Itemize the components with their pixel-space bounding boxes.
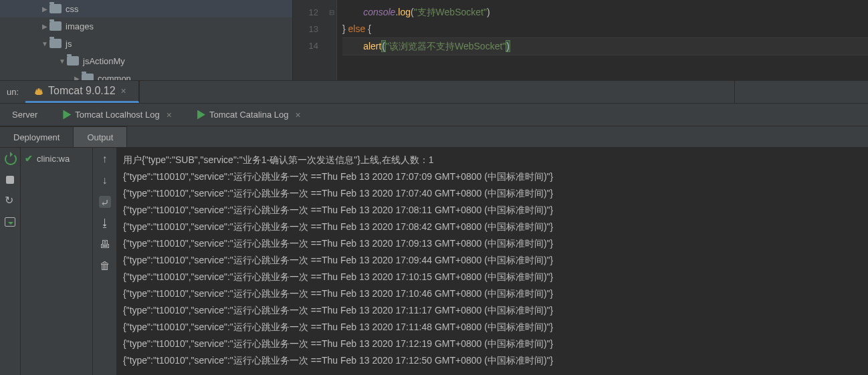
- tab-label: Output: [87, 132, 113, 142]
- folder-icon: [82, 74, 94, 80]
- console-line: {"type":"t10010","service":"运行心跳业务一次 ==T…: [123, 235, 861, 252]
- sync-icon[interactable]: [5, 196, 15, 207]
- tree-item-jsactionmy[interactable]: ▼ jsActionMy: [0, 52, 292, 70]
- code-editor[interactable]: 12 13 14 ⊟ console.log("支持WebSocket") } …: [293, 0, 868, 80]
- close-icon[interactable]: ×: [121, 86, 126, 96]
- print-icon[interactable]: 🖶: [99, 239, 111, 251]
- tab-label: Tomcat Catalina Log: [209, 110, 289, 120]
- line-number: 12: [293, 4, 318, 21]
- soft-wrap-icon[interactable]: ⤶: [99, 196, 111, 208]
- close-icon[interactable]: ×: [295, 110, 300, 120]
- console-line: {"type":"t10010","service":"运行心跳业务一次 ==T…: [123, 202, 861, 219]
- code-line-current[interactable]: alert("该浏览器不支持WebSocket"): [342, 37, 868, 55]
- console-line: {"type":"t10010","service":"运行心跳业务一次 ==T…: [123, 285, 861, 302]
- tab-label: Deployment: [13, 132, 60, 142]
- console-line: {"type":"t10010","service":"运行心跳业务一次 ==T…: [123, 252, 861, 269]
- tomcat-icon: [33, 86, 44, 96]
- expand-arrow-icon[interactable]: ▶: [72, 75, 82, 81]
- fold-marker[interactable]: ⊟: [326, 4, 336, 21]
- expand-arrow-icon[interactable]: ▶: [40, 5, 49, 13]
- folder-icon: [49, 39, 62, 48]
- arrow-down-icon[interactable]: ↓: [99, 174, 111, 186]
- code-line[interactable]: console.log("支持WebSocket"): [342, 4, 868, 21]
- console-toolbar: ↑ ↓ ⤶ ⭳ 🖶 🗑: [92, 148, 116, 375]
- tree-item-js[interactable]: ▼ js: [0, 35, 292, 52]
- console-line: {"type":"t10010","service":"运行心跳业务一次 ==T…: [123, 185, 861, 202]
- console-line: {"type":"t10010","service":"运行心跳业务一次 ==T…: [123, 168, 861, 185]
- tab-label: Tomcat Localhost Log: [75, 110, 159, 120]
- sub-tabs-bar: Deployment Output: [0, 126, 868, 148]
- tab-catalina-log[interactable]: Tomcat Catalina Log ×: [184, 104, 313, 126]
- folder-icon: [49, 4, 62, 13]
- tab-label: Server: [12, 110, 37, 120]
- console-area: ✔ clinic:wa ↑ ↓ ⤶ ⭳ 🖶 🗑 用户{"type":"SUB",…: [0, 148, 868, 375]
- exit-icon[interactable]: [5, 217, 15, 228]
- run-toolbar: [0, 148, 20, 375]
- tree-item-images[interactable]: ▶ images: [0, 17, 292, 35]
- line-number: 13: [293, 21, 318, 37]
- arrow-up-icon[interactable]: ↑: [99, 153, 111, 165]
- close-icon[interactable]: ×: [167, 110, 172, 120]
- tree-label: jsActionMy: [83, 56, 125, 66]
- console-line: 用户{"type":"SUB","service":"业务1-确认第一次发送信息…: [123, 152, 861, 168]
- collapse-arrow-icon[interactable]: ▼: [40, 40, 49, 47]
- trash-icon[interactable]: 🗑: [99, 260, 111, 272]
- console-line: {"type":"t10010","service":"运行心跳业务一次 ==T…: [123, 319, 861, 336]
- tree-item-css[interactable]: ▶ css: [0, 0, 292, 17]
- restart-icon[interactable]: [5, 153, 15, 164]
- folder-icon: [67, 56, 79, 66]
- tree-label: js: [66, 39, 72, 49]
- line-number: 14: [293, 37, 318, 54]
- console-line: {"type":"t10010","service":"运行心跳业务一次 ==T…: [123, 219, 861, 235]
- folder-icon: [49, 21, 62, 31]
- scroll-to-end-icon[interactable]: ⭳: [99, 217, 111, 229]
- line-number-gutter: 12 13 14: [293, 0, 326, 80]
- run-config-label: Tomcat 9.0.12: [48, 85, 116, 97]
- tab-localhost-log[interactable]: Tomcat Localhost Log ×: [49, 104, 184, 126]
- expand-arrow-icon[interactable]: ▶: [40, 23, 49, 30]
- console-output[interactable]: 用户{"type":"SUB","service":"业务1-确认第一次发送信息…: [116, 148, 868, 375]
- console-line: {"type":"t10010","service":"运行心跳业务一次 ==T…: [123, 302, 861, 319]
- deployment-item[interactable]: ✔ clinic:wa: [25, 153, 88, 164]
- project-tree[interactable]: ▶ css ▶ images ▼ js ▼ jsActionMy ▶ commo…: [0, 0, 293, 80]
- check-icon: ✔: [25, 153, 33, 164]
- tree-item-common[interactable]: ▶ common: [0, 70, 292, 80]
- fold-gutter[interactable]: ⊟: [326, 0, 337, 80]
- code-area[interactable]: console.log("支持WebSocket") } else { aler…: [337, 0, 868, 80]
- run-triangle-icon: [196, 110, 205, 120]
- tab-deployment[interactable]: Deployment: [0, 126, 74, 147]
- tree-label: common: [98, 74, 131, 81]
- run-triangle-icon: [62, 110, 71, 120]
- deployment-list[interactable]: ✔ clinic:wa: [20, 148, 92, 375]
- deployment-name: clinic:wa: [37, 154, 70, 164]
- tab-server[interactable]: Server: [0, 104, 49, 126]
- tab-output[interactable]: Output: [74, 126, 127, 147]
- paren-match: ): [506, 40, 510, 52]
- console-line: {"type":"t10010","service":"运行心跳业务一次 ==T…: [123, 336, 861, 352]
- tree-label: images: [66, 21, 94, 31]
- run-label: un:: [0, 81, 25, 103]
- collapse-arrow-icon[interactable]: ▼: [58, 57, 67, 65]
- console-line: {"type":"t10010","service":"运行心跳业务一次 ==T…: [123, 352, 861, 369]
- code-line[interactable]: } else {: [342, 21, 868, 37]
- tree-label: css: [66, 4, 79, 14]
- run-config-tab[interactable]: Tomcat 9.0.12 ×: [25, 81, 139, 103]
- console-line: {"type":"t10010","service":"运行心跳业务一次 ==T…: [123, 269, 861, 285]
- stop-icon[interactable]: [5, 174, 15, 185]
- log-tabs-bar: Server Tomcat Localhost Log × Tomcat Cat…: [0, 104, 868, 126]
- run-tool-bar: un: Tomcat 9.0.12 ×: [0, 80, 868, 104]
